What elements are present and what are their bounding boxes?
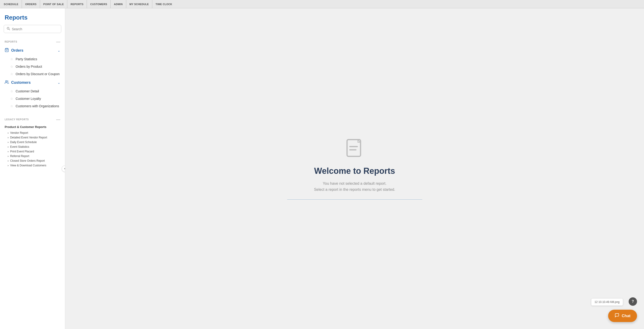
- reports-section-label: REPORTS: [5, 40, 17, 43]
- star-icon[interactable]: ☆: [10, 89, 13, 93]
- legacy-item-label: View & Download Customers: [10, 164, 46, 167]
- orders-chevron-icon: ⌄: [58, 49, 60, 52]
- welcome-line2: Select a report in the reports menu to g…: [314, 188, 395, 192]
- legacy-item-closed-store-orders[interactable]: » Closed Store Orders Report: [0, 158, 65, 163]
- star-icon[interactable]: ☆: [10, 97, 13, 100]
- legacy-section-label: LEGACY REPORTS: [5, 118, 29, 121]
- customer-loyalty-label: Customer Loyalty: [16, 97, 41, 100]
- arrow-icon: »: [8, 155, 9, 158]
- arrow-icon: »: [8, 164, 9, 167]
- svg-line-1: [9, 29, 10, 30]
- orders-group-title: Orders: [5, 48, 23, 53]
- sidebar-header: Reports: [0, 8, 65, 25]
- orders-group-header[interactable]: Orders ⌄: [0, 46, 65, 55]
- legacy-section-header: LEGACY REPORTS —: [0, 115, 65, 123]
- nav-admin[interactable]: ADMIN: [111, 0, 126, 8]
- legacy-item-label: Print Event Placard: [10, 150, 34, 153]
- legacy-item-label: Daily Event Schedule: [10, 141, 37, 144]
- legacy-section: LEGACY REPORTS — Product & Customer Repo…: [0, 114, 65, 168]
- cart-icon: [5, 48, 9, 53]
- arrow-icon: »: [8, 160, 9, 162]
- welcome-container: Welcome to Reports You have not selected…: [287, 138, 422, 200]
- legacy-item-vendor-report[interactable]: » Vendor Report: [0, 131, 65, 135]
- reports-section-collapse[interactable]: —: [56, 39, 60, 44]
- search-box[interactable]: [4, 25, 61, 33]
- star-icon[interactable]: ☆: [10, 57, 13, 61]
- sidebar-item-customer-detail[interactable]: ☆ Customer Detail: [0, 87, 65, 95]
- sidebar-item-party-statistics[interactable]: ☆ Party Statistics: [0, 55, 65, 63]
- nav-point-of-sale[interactable]: POINT OF SALE: [40, 0, 67, 8]
- reports-section-header: REPORTS —: [0, 38, 65, 46]
- legacy-group-title: Product & Customer Reports: [0, 123, 65, 131]
- star-icon[interactable]: ☆: [10, 65, 13, 68]
- legacy-item-label: Closed Store Orders Report: [10, 159, 45, 162]
- sidebar-item-orders-by-discount[interactable]: ☆ Orders by Discount or Coupon: [0, 70, 65, 78]
- legacy-item-label: Referral Report: [10, 154, 29, 158]
- legacy-item-label: Event Statistics: [10, 145, 29, 148]
- app-layout: Reports REPORTS —: [0, 8, 644, 329]
- nav-time-clock[interactable]: TIME CLOCK: [152, 0, 176, 8]
- legacy-item-daily-event-schedule[interactable]: » Daily Event Schedule: [0, 140, 65, 144]
- arrow-icon: »: [8, 146, 9, 148]
- sidebar-title: Reports: [5, 14, 60, 21]
- chat-label: Chat: [622, 314, 630, 318]
- orders-by-product-label: Orders by Product: [16, 65, 42, 68]
- help-button[interactable]: ?: [629, 297, 637, 306]
- sidebar-item-orders-by-product[interactable]: ☆ Orders by Product: [0, 63, 65, 70]
- legacy-item-view-download-customers[interactable]: » View & Download Customers: [0, 163, 65, 168]
- sidebar-item-customer-loyalty[interactable]: ☆ Customer Loyalty: [0, 95, 65, 102]
- customers-with-orgs-label: Customers with Organizations: [16, 104, 59, 108]
- nav-my-schedule[interactable]: MY SCHEDULE: [126, 0, 152, 8]
- customers-chevron-icon: ⌄: [58, 81, 60, 84]
- legacy-item-event-statistics[interactable]: » Event Statistics: [0, 144, 65, 149]
- search-icon: [7, 27, 10, 31]
- star-icon[interactable]: ☆: [10, 104, 13, 108]
- main-content: Welcome to Reports You have not selected…: [65, 8, 644, 329]
- arrow-icon: »: [8, 141, 9, 144]
- welcome-subtitle: You have not selected a default report. …: [314, 181, 395, 192]
- legacy-section-collapse[interactable]: —: [56, 117, 60, 121]
- svg-point-0: [7, 27, 9, 29]
- chat-icon: [615, 313, 619, 319]
- nav-orders[interactable]: ORDERS: [22, 0, 40, 8]
- orders-by-discount-label: Orders by Discount or Coupon: [16, 72, 60, 76]
- report-icon: [344, 138, 365, 160]
- legacy-item-referral-report[interactable]: » Referral Report: [0, 154, 65, 158]
- welcome-divider: [287, 199, 422, 200]
- sidebar-item-customers-with-orgs[interactable]: ☆ Customers with Organizations: [0, 102, 65, 110]
- arrow-icon: »: [8, 132, 9, 134]
- arrow-icon: »: [8, 150, 9, 153]
- nav-reports[interactable]: REPORTS: [67, 0, 87, 8]
- customers-group-label: Customers: [11, 80, 31, 85]
- chat-button[interactable]: Chat: [608, 310, 637, 322]
- search-input[interactable]: [12, 27, 58, 31]
- legacy-item-label: Detailed Event Vendor Report: [10, 136, 47, 139]
- welcome-title: Welcome to Reports: [314, 166, 395, 176]
- orders-group-label: Orders: [11, 48, 23, 52]
- customer-detail-label: Customer Detail: [16, 89, 39, 93]
- legacy-item-label: Vendor Report: [10, 131, 28, 134]
- sidebar: Reports REPORTS —: [0, 8, 65, 329]
- screenshot-label: 12 10.10.49 AM.png: [591, 298, 623, 306]
- legacy-item-print-event-placard[interactable]: » Print Event Placard: [0, 149, 65, 154]
- nav-customers[interactable]: CUSTOMERS: [87, 0, 111, 8]
- customers-group-title: Customers: [5, 80, 31, 85]
- nav-schedule[interactable]: SCHEDULE: [4, 0, 22, 8]
- customers-icon: [5, 80, 9, 85]
- star-icon[interactable]: ☆: [10, 72, 13, 76]
- party-statistics-label: Party Statistics: [16, 57, 37, 61]
- svg-point-3: [6, 80, 7, 82]
- top-navigation: SCHEDULE ORDERS POINT OF SALE REPORTS CU…: [0, 0, 644, 8]
- sidebar-toggle-button[interactable]: [62, 165, 65, 172]
- legacy-item-detailed-event-vendor[interactable]: » Detailed Event Vendor Report: [0, 135, 65, 140]
- arrow-icon: »: [8, 136, 9, 139]
- welcome-line1: You have not selected a default report.: [323, 181, 386, 185]
- customers-group-header[interactable]: Customers ⌄: [0, 78, 65, 87]
